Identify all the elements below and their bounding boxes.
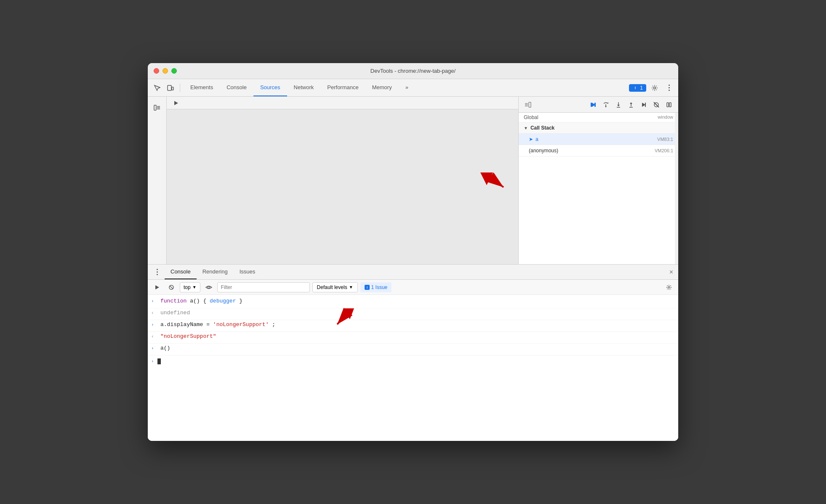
deactivate-breakpoints-button[interactable] [650,99,662,111]
current-frame-arrow: ➤ [529,136,533,142]
console-three-dots[interactable] [151,266,163,278]
console-tab-console[interactable]: Console [165,265,197,279]
svg-marker-21 [630,102,632,104]
svg-marker-18 [605,106,607,107]
run-snippet-button[interactable] [170,97,182,109]
editor-content [167,109,518,264]
svg-marker-19 [617,105,620,106]
close-button[interactable] [154,68,159,74]
toolbar-divider [180,84,180,92]
svg-marker-23 [642,103,645,107]
svg-rect-0 [168,85,171,90]
show-navigator-button[interactable] [151,102,163,114]
top-toolbar: Elements Console Sources Network Perform… [148,79,678,97]
svg-rect-5 [154,105,156,110]
svg-rect-16 [594,103,596,107]
step-button[interactable] [638,99,650,111]
svg-rect-10 [529,102,531,107]
prompt-arrow: › [151,359,154,364]
console-line-1: › function a() { debugger } [148,297,678,308]
svg-text:!: ! [366,286,368,289]
console-line-2: ‹ undefined [148,308,678,320]
issues-badge[interactable]: ! 1 [629,84,646,92]
console-line-3: › a.displayName = 'noLongerSupport' ; [148,320,678,332]
tab-memory[interactable]: Memory [365,79,399,96]
svg-rect-1 [172,87,173,90]
output-arrow-2: ‹ [151,310,157,316]
svg-rect-28 [669,103,671,107]
step-out-button[interactable] [625,99,637,111]
nav-tabs: Elements Console Sources Network Perform… [184,79,415,96]
window-title: DevTools - chrome://new-tab-page/ [370,68,456,74]
debugger-toolbar [519,97,678,113]
bottom-console: Console Rendering Issues × [148,264,678,441]
device-mode-button[interactable] [165,82,176,94]
callstack-item-a[interactable]: ➤ a VM83:1 [519,134,678,145]
pause-exceptions-button[interactable] [663,99,675,111]
scrollbar-track [675,113,678,264]
sources-upper: Global window ▼ Call Stack ➤ a [148,97,678,264]
console-prompt[interactable]: › [148,355,678,367]
callstack-collapse-arrow[interactable]: ▼ [524,126,528,130]
console-line-4: ‹ "noLongerSupport" [148,332,678,344]
left-sidebar-panel [148,97,167,264]
cursor [157,358,161,364]
svg-marker-9 [174,101,178,105]
three-dots-icon [157,269,158,275]
svg-point-4 [654,87,656,89]
svg-line-33 [170,286,173,289]
inspect-element-button[interactable] [151,82,163,94]
input-arrow-3: › [151,321,157,327]
issues-panel-button[interactable]: ! 1 Issue [360,282,392,292]
console-toolbar: top ▼ Default levels ▼ [148,280,678,295]
console-filter-input[interactable] [217,282,310,292]
callstack-item-anonymous[interactable]: (anonymous) VM206:1 [519,145,678,157]
traffic-lights [154,68,177,74]
issues-count: 1 [640,85,643,91]
tab-sources[interactable]: Sources [253,79,287,96]
editor-toolbar [167,97,518,109]
resume-button[interactable] [587,99,599,111]
console-settings-button[interactable] [663,281,675,293]
step-into-button[interactable] [613,99,624,111]
minimize-button[interactable] [163,68,168,74]
context-dropdown[interactable]: top ▼ [180,282,200,292]
tab-more[interactable]: » [399,79,415,96]
svg-point-34 [208,286,210,288]
svg-rect-15 [591,103,592,107]
console-body: › function a() { debugger } ‹ undefined [148,295,678,441]
maximize-button[interactable] [171,68,177,74]
tab-elements[interactable]: Elements [184,79,220,96]
titlebar: DevTools - chrome://new-tab-page/ [148,63,678,79]
block-requests-button[interactable] [165,281,177,293]
toolbar-right: ! 1 [629,82,675,94]
svg-rect-27 [667,103,669,107]
devtools-panel: Elements Console Sources Network Perform… [148,79,678,441]
svg-text:!: ! [635,86,636,90]
console-line-content-3: a.displayName = 'noLongerSupport' ; [160,321,675,328]
console-tabs-bar: Console Rendering Issues × [148,265,678,280]
default-levels-button[interactable]: Default levels ▼ [312,282,358,292]
step-over-button[interactable] [600,99,612,111]
console-line-5: › a() [148,344,678,355]
tab-network[interactable]: Network [287,79,321,96]
console-tab-rendering[interactable]: Rendering [197,265,234,279]
output-arrow-4: ‹ [151,333,157,339]
more-options-button[interactable] [663,82,675,94]
show-debugger-button[interactable] [522,99,534,111]
debugger-panel: Global window ▼ Call Stack ➤ a [518,97,678,264]
tab-performance[interactable]: Performance [320,79,365,96]
svg-point-37 [668,286,670,288]
svg-line-25 [654,102,659,107]
console-close-button[interactable]: × [668,267,675,278]
svg-marker-31 [155,285,159,289]
tab-console[interactable]: Console [220,79,253,96]
scope-item-global: Global window [519,113,678,122]
show-live-expressions-button[interactable] [203,281,215,293]
clear-console-button[interactable] [151,281,163,293]
debugger-content: Global window ▼ Call Stack ➤ a [519,113,678,264]
console-tab-issues[interactable]: Issues [234,265,261,279]
console-line-content-1: function a() { debugger } [160,298,675,304]
settings-button[interactable] [649,82,661,94]
editor-area [167,97,518,264]
